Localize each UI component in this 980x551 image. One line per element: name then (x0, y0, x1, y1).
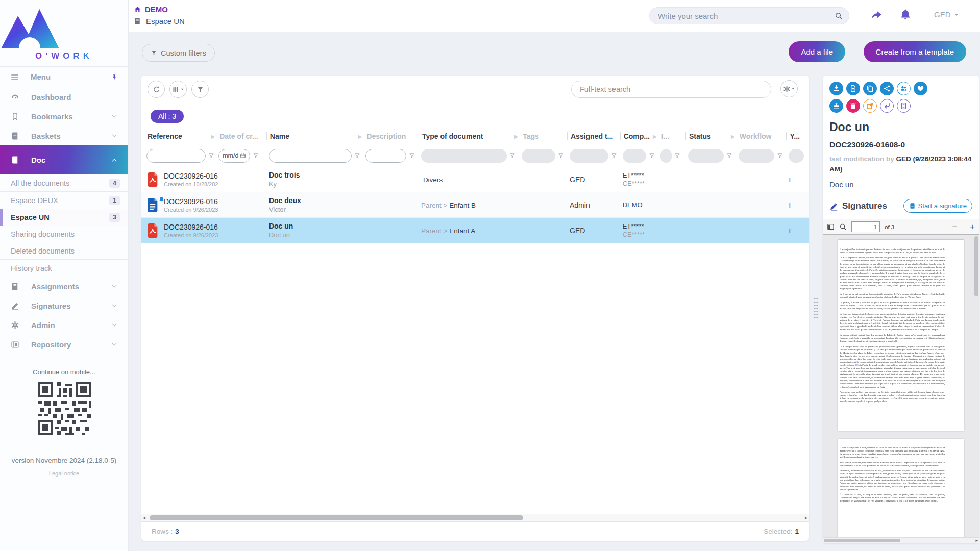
create-from-template-button[interactable]: Create from a template (864, 41, 966, 62)
fulltext-search-input[interactable] (571, 81, 771, 98)
column-header-type[interactable]: Type of document▶ (421, 132, 522, 140)
column-header-y[interactable]: Y... (789, 132, 809, 140)
filter-button[interactable] (191, 81, 209, 98)
sidebar-item-espace-un[interactable]: Espace UN 3 (0, 209, 128, 226)
panel-resize-handle[interactable] (814, 297, 818, 319)
pin-icon[interactable] (111, 74, 117, 80)
column-header-reference[interactable]: Reference▶ (146, 132, 218, 140)
filter-status-input[interactable] (688, 149, 724, 163)
sidebar-item-sharing-documents[interactable]: Sharing documents (0, 226, 128, 242)
sidebar-item-admin[interactable]: Admin (0, 315, 128, 335)
filter-funnel-icon[interactable] (509, 153, 516, 159)
delete-button[interactable] (846, 99, 860, 113)
pdf-content-area[interactable]: Il y a aujourd'hui trois cent quarante-h… (823, 235, 979, 543)
return-button[interactable] (880, 99, 894, 113)
filter-i-input[interactable] (660, 149, 672, 163)
search-icon[interactable] (835, 12, 843, 20)
filter-assigned-input[interactable] (570, 149, 608, 163)
sidebar-item-repository[interactable]: Repository (0, 335, 128, 354)
filter-company-input[interactable] (623, 149, 646, 163)
filter-description-input[interactable] (365, 149, 406, 163)
zoom-in-button[interactable]: + (970, 222, 975, 231)
open-external-button[interactable] (863, 99, 877, 113)
column-header-date[interactable]: Date of cr... (218, 132, 269, 140)
pdf-vertical-scrollbar-thumb[interactable] (974, 236, 978, 296)
download-button[interactable] (829, 82, 843, 95)
sidebar-item-dashboard[interactable]: Dashboard (0, 87, 128, 107)
filter-date-input[interactable]: mm/d (218, 149, 250, 163)
refresh-button[interactable] (148, 81, 165, 98)
column-header-company[interactable]: Comp...▶ (623, 132, 660, 140)
sidebar-item-history-track[interactable]: History track (0, 260, 128, 277)
filter-funnel-icon[interactable] (558, 153, 564, 159)
copy-button[interactable] (863, 82, 877, 95)
scroll-left-arrow[interactable]: ◂ (143, 515, 145, 521)
table-row-selected[interactable]: DOC230926-01608-0 Created on 9/26/2023 3… (141, 218, 809, 243)
custom-filters-button[interactable]: Custom filters (142, 44, 215, 62)
filter-y-input[interactable] (789, 149, 804, 163)
zoom-out-button[interactable]: − (952, 222, 957, 231)
sidebar-item-assignments[interactable]: Assignments (0, 277, 128, 296)
search-icon[interactable] (839, 223, 847, 231)
sidebar-item-espace-deux[interactable]: Espace DEUX 1 (0, 192, 128, 209)
filter-reference-input[interactable] (146, 149, 206, 163)
column-header-assigned[interactable]: Assigned t... (570, 132, 623, 140)
favorite-button[interactable] (914, 82, 927, 95)
page-number-input[interactable] (851, 221, 880, 232)
filter-tags-input[interactable] (522, 149, 555, 163)
sidebar-item-all-documents[interactable]: All the documents 4 (0, 174, 128, 191)
filter-funnel-icon[interactable] (674, 153, 680, 159)
legal-notice-link[interactable]: Legal notice (0, 470, 128, 477)
filter-funnel-icon[interactable] (409, 153, 415, 159)
table-horizontal-scrollbar[interactable]: ◂ ▸ (141, 514, 809, 521)
column-header-status[interactable]: Status▶ (688, 132, 739, 140)
start-signature-button[interactable]: Start a signature (903, 199, 972, 213)
filter-funnel-icon[interactable] (253, 153, 259, 159)
table-row[interactable]: DOC230926-01609-0 Created on 9/26/2023 3… (141, 192, 809, 218)
upload-version-button[interactable] (846, 82, 860, 95)
sidebar-item-doc[interactable]: Doc (0, 145, 128, 174)
notifications-bell-icon[interactable] (899, 8, 912, 20)
scroll-right-arrow[interactable]: ▸ (975, 538, 978, 543)
table-row[interactable]: DOC230926-01610-3 Created on 10/28/2024 … (141, 167, 809, 192)
sidebar-toggle-icon[interactable] (827, 223, 835, 231)
tab-all[interactable]: All : 3 (151, 110, 184, 123)
properties-button[interactable] (897, 99, 911, 113)
columns-button[interactable] (169, 81, 187, 98)
sidebar-item-bookmarks[interactable]: Bookmarks (0, 107, 128, 126)
filter-type-input[interactable] (421, 149, 507, 163)
column-header-name[interactable]: Name▶ (269, 132, 365, 140)
sidebar-menu-toggle[interactable]: Menu (0, 66, 128, 87)
breadcrumb-space[interactable]: Espace UN (134, 17, 185, 26)
assign-users-button[interactable] (897, 82, 911, 95)
custom-filters-label: Custom filters (161, 49, 206, 57)
filter-funnel-icon[interactable] (777, 153, 783, 159)
share-icon[interactable] (870, 9, 882, 21)
column-header-i[interactable]: I... (660, 132, 688, 140)
sidebar-item-deleted-documents[interactable]: Deleted documents (0, 242, 128, 259)
filter-funnel-icon[interactable] (354, 153, 360, 159)
column-header-tags[interactable]: Tags (522, 132, 570, 140)
breadcrumb-home[interactable]: DEMO (134, 5, 168, 14)
filter-funnel-icon[interactable] (611, 153, 617, 159)
column-header-workflow[interactable]: Workflow (739, 132, 789, 140)
sidebar-item-signatures[interactable]: Signatures (0, 296, 128, 315)
scrollbar-thumb[interactable] (824, 539, 900, 542)
filter-funnel-icon[interactable] (649, 153, 655, 159)
calendar-icon[interactable] (240, 153, 246, 159)
filter-funnel-icon[interactable] (726, 153, 732, 159)
stamp-button[interactable] (829, 99, 843, 113)
share-button[interactable] (880, 82, 894, 95)
filter-funnel-icon[interactable] (208, 153, 214, 159)
filter-name-input[interactable] (269, 149, 352, 163)
filter-workflow-input[interactable] (739, 149, 774, 163)
scroll-right-arrow[interactable]: ▸ (805, 515, 807, 521)
column-header-description[interactable]: Description (365, 132, 421, 140)
scrollbar-thumb[interactable] (150, 515, 523, 520)
add-file-button[interactable]: Add a file (789, 41, 845, 62)
sidebar-item-baskets[interactable]: Baskets (0, 126, 128, 145)
pdf-horizontal-scrollbar[interactable]: ▸ (823, 537, 979, 543)
table-settings-button[interactable] (780, 80, 798, 97)
global-search-input[interactable] (658, 12, 835, 20)
user-menu[interactable]: GED (934, 10, 959, 19)
